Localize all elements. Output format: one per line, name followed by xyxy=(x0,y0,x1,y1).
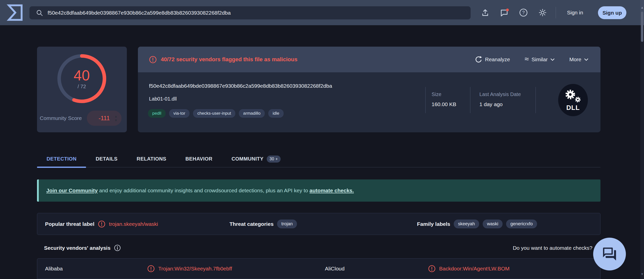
chat-icon xyxy=(602,246,617,262)
popular-threat-card: Popular threat label trojan.skeeyah/wask… xyxy=(37,213,600,235)
size-label: Size xyxy=(432,91,456,97)
scrollbar-thumb[interactable] xyxy=(641,12,643,42)
warning-strip: 40/72 security vendors flagged this file… xyxy=(138,47,600,72)
detections-count: 40 xyxy=(74,68,90,83)
virustotal-logo[interactable] xyxy=(6,3,25,22)
upload-button[interactable] xyxy=(479,7,491,18)
tag-idle[interactable]: idle xyxy=(268,109,283,118)
tab-details-label: DETAILS xyxy=(96,156,118,162)
alert-icon xyxy=(428,265,436,272)
vote-up-arrow[interactable]: ▲ xyxy=(114,115,118,118)
tab-community-label: COMMUNITY xyxy=(232,156,263,162)
upload-icon xyxy=(481,8,490,17)
category-trojan-pill[interactable]: trojan xyxy=(277,220,297,228)
chat-support-button[interactable] xyxy=(593,238,626,270)
size-value: 160.00 KB xyxy=(432,101,456,107)
tab-detection[interactable]: DETECTION xyxy=(37,151,86,167)
more-button[interactable]: More xyxy=(569,56,588,63)
detection-score-gauge: 40 / 72 xyxy=(55,52,108,105)
tag-pedll[interactable]: pedll xyxy=(148,109,166,118)
last-analysis-value: 1 day ago xyxy=(479,101,521,107)
tab-bar: DETECTION DETAILS RELATIONS BEHAVIOR COM… xyxy=(37,151,600,167)
similar-label: Similar xyxy=(532,56,548,63)
tag-via-tor[interactable]: via-tor xyxy=(169,109,190,118)
search-icon xyxy=(36,9,43,16)
meta-divider xyxy=(470,87,470,113)
file-type-badge: DLL xyxy=(558,84,588,116)
alert-icon xyxy=(98,220,105,228)
scrollbar-track[interactable]: ▲ ▼ xyxy=(640,0,644,279)
family-waski-pill[interactable]: waski xyxy=(483,220,503,228)
vendor-name: Alibaba xyxy=(45,266,63,272)
vendors-analysis-title: Security vendors' analysis xyxy=(44,245,110,251)
automate-checks-link[interactable]: automate checks. xyxy=(310,188,354,193)
more-label: More xyxy=(569,56,581,63)
tag-armadillo[interactable]: armadillo xyxy=(239,109,265,118)
detection-name: Backdoor:Win/Agent!LW.BOM xyxy=(439,266,510,272)
reanalyze-button[interactable]: Reanalyze xyxy=(475,56,510,63)
tab-relations[interactable]: RELATIONS xyxy=(127,151,176,167)
top-bar: ? Sign in Sign up xyxy=(0,0,644,25)
detection-name: Trojan:Win32/Skeeyah.7fb0ebff xyxy=(158,266,232,272)
vendors-analysis-header: Security vendors' analysis Do you want t… xyxy=(37,242,600,254)
scroll-down-arrow[interactable]: ▼ xyxy=(640,272,644,276)
family-genericrxfo-pill[interactable]: genericrxfo xyxy=(506,220,537,228)
popular-threat-label: Popular threat label xyxy=(45,221,94,227)
search-input[interactable] xyxy=(48,10,471,16)
sign-up-button[interactable]: Sign up xyxy=(598,6,626,19)
malicious-warning-text: 40/72 security vendors flagged this file… xyxy=(161,56,297,63)
file-name: Lab01-01.dll xyxy=(149,96,177,102)
reanalyze-label: Reanalyze xyxy=(485,56,510,63)
join-community-banner: Join our Community and enjoy additional … xyxy=(37,179,600,202)
chevron-down-icon xyxy=(550,58,555,61)
similar-icon: ≈ xyxy=(525,57,529,61)
similar-button[interactable]: ≈ Similar xyxy=(525,56,555,63)
brightness-icon xyxy=(538,8,547,17)
comments-button[interactable] xyxy=(499,7,510,18)
vendor-name: AliCloud xyxy=(325,266,345,272)
info-icon[interactable] xyxy=(114,244,121,251)
scroll-up-arrow[interactable]: ▲ xyxy=(640,6,644,9)
help-button[interactable]: ? xyxy=(518,7,529,18)
banner-text: and enjoy additional community insights … xyxy=(98,188,310,193)
tag-checks-user-input[interactable]: checks-user-input xyxy=(193,109,235,118)
family-labels-label: Family labels xyxy=(417,221,450,227)
vendor-result: Trojan:Win32/Skeeyah.7fb0ebff xyxy=(147,265,232,272)
vendor-results-table: Alibaba Trojan:Win32/Skeeyah.7fb0ebff Al… xyxy=(37,258,600,279)
svg-text:?: ? xyxy=(522,10,525,15)
topbar-icon-group: ? xyxy=(479,0,548,25)
community-score-value: -111 xyxy=(99,115,110,122)
alert-icon xyxy=(149,56,157,64)
file-type-label: DLL xyxy=(558,104,588,112)
family-skeeyah-pill[interactable]: skeeyah xyxy=(454,220,479,228)
threat-categories-label: Threat categories xyxy=(230,221,274,227)
meta-divider xyxy=(536,87,536,113)
search-bar xyxy=(29,6,471,19)
last-analysis-label: Last Analysis Date xyxy=(479,91,521,97)
meta-divider xyxy=(425,87,426,113)
table-row: Alibaba Trojan:Win32/Skeeyah.7fb0ebff Al… xyxy=(37,259,600,279)
notification-dot xyxy=(506,9,509,11)
theme-toggle-button[interactable] xyxy=(537,7,548,18)
alert-icon xyxy=(147,265,155,272)
tab-community[interactable]: COMMUNITY 30 + xyxy=(222,151,290,167)
automate-question-text: Do you want to automate checks? xyxy=(513,245,592,251)
community-count-badge: 30 + xyxy=(267,156,281,163)
file-sha256: f50e42c8dfaab649bde0398867e930b86c2a599e… xyxy=(149,83,332,89)
threat-label-value[interactable]: trojan.skeeyah/waski xyxy=(109,221,158,227)
tab-behavior-label: BEHAVIOR xyxy=(185,156,212,162)
tab-behavior[interactable]: BEHAVIOR xyxy=(176,151,222,167)
vote-down-arrow[interactable]: ▼ xyxy=(114,119,118,122)
sign-in-link[interactable]: Sign in xyxy=(567,0,583,25)
join-community-link[interactable]: Join our Community xyxy=(46,188,98,193)
tab-detection-label: DETECTION xyxy=(47,156,77,162)
help-icon: ? xyxy=(519,8,528,17)
topbar-divider xyxy=(556,7,556,18)
detection-score-card: 40 / 72 Community Score -111 ▲ ▼ xyxy=(37,47,127,132)
tab-details[interactable]: DETAILS xyxy=(86,151,127,167)
vendor-result: Backdoor:Win/Agent!LW.BOM xyxy=(428,265,510,272)
comment-icon xyxy=(500,8,509,17)
file-summary-card: 40/72 security vendors flagged this file… xyxy=(138,47,600,132)
file-tags: pedll via-tor checks-user-input armadill… xyxy=(148,109,284,118)
virustotal-logo-icon xyxy=(6,3,25,22)
